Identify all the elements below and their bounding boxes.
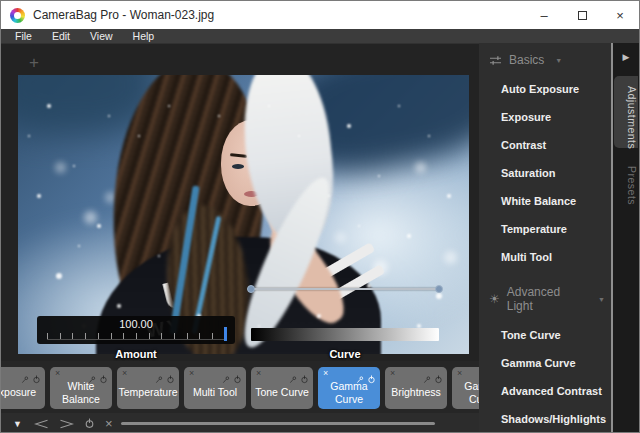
sidebar-item-exposure[interactable]: Exposure [479, 103, 611, 131]
sidebar-item-contrast[interactable]: Contrast [479, 131, 611, 159]
image-canvas: + UK WYORK [1, 43, 479, 361]
tile-label: Gamma Curve [454, 378, 479, 407]
tile-label: Gamma Curve [320, 378, 378, 407]
tile-label: Temperature [119, 378, 177, 407]
sidebar-item-temperature[interactable]: Temperature [479, 215, 611, 243]
menubar: File Edit View Help [1, 29, 639, 43]
photo-woman-023: UK WYORK [18, 75, 469, 354]
collapse-panel-arrow-icon[interactable]: ▶ [623, 52, 630, 62]
section-basics[interactable]: Basics ▼ [479, 45, 611, 75]
tile-close-icon[interactable]: × [189, 368, 194, 378]
sidebar-item-multi-tool[interactable]: Multi Tool [479, 243, 611, 271]
titlebar: CameraBag Pro - Woman-023.jpg – × [1, 1, 639, 29]
sidebar-item-advanced-contrast[interactable]: Advanced Contrast [479, 377, 611, 405]
filter-tile-gamma-curve-2[interactable]: × Gamma Curve [452, 367, 479, 409]
menu-file[interactable]: File [5, 29, 42, 43]
amount-value: 100.00 [37, 318, 235, 330]
filter-tile-exposure[interactable]: × Exposure [1, 367, 45, 409]
gamma-handle-left[interactable] [247, 285, 255, 293]
filter-tile-multi-tool[interactable]: × Multi Tool [184, 367, 246, 409]
close-button[interactable]: × [601, 1, 639, 29]
tile-label: Tone Curve [253, 378, 311, 407]
amount-slider-handle[interactable] [224, 327, 227, 341]
section-basics-label: Basics [509, 53, 544, 67]
tile-close-icon[interactable]: × [55, 368, 60, 378]
amount-label: Amount [37, 348, 235, 360]
curve-gradient-bar[interactable] [251, 328, 439, 341]
adjustments-panel: Basics ▼ Auto Exposure Exposure Contrast… [479, 43, 613, 433]
sidebar-item-shadows-highlights[interactable]: Shadows/Highlights [479, 405, 611, 433]
sidebar-item-saturation[interactable]: Saturation [479, 159, 611, 187]
filter-tile-tone-curve[interactable]: × Tone Curve [251, 367, 313, 409]
sidebar-item-tone-curve[interactable]: Tone Curve [479, 321, 611, 349]
sidebar-item-white-balance[interactable]: White Balance [479, 187, 611, 215]
menu-edit[interactable]: Edit [42, 29, 80, 43]
tab-adjustments[interactable]: Adjustments [614, 76, 638, 148]
tile-close-icon[interactable]: × [256, 368, 261, 378]
tile-close-icon[interactable]: × [323, 368, 328, 378]
maximize-button[interactable] [563, 1, 601, 29]
tile-label: White Balance [52, 378, 110, 407]
amount-slider[interactable]: 100.00 [37, 316, 235, 344]
photo-snowflakes [18, 75, 20, 77]
sun-icon: ☀ [489, 293, 500, 305]
filter-tile-brightness[interactable]: × Brightness [385, 367, 447, 409]
chevron-right-icon[interactable] [59, 419, 74, 429]
tile-close-icon[interactable]: × [122, 368, 127, 378]
sidebar-item-auto-exposure[interactable]: Auto Exposure [479, 75, 611, 103]
maximize-icon [578, 11, 587, 20]
tab-presets[interactable]: Presets [614, 156, 638, 206]
section-advanced-light[interactable]: ☀ Advanced Light ▼ [479, 277, 611, 321]
filter-tile-white-balance[interactable]: × White Balance [50, 367, 112, 409]
side-tabstrip: ▶ Adjustments Presets [613, 43, 639, 433]
bottom-toolbar: ▼ × [1, 413, 479, 433]
curve-label: Curve [251, 348, 439, 360]
add-icon[interactable]: + [29, 54, 39, 71]
window-controls: – × [525, 1, 639, 29]
photo-eye [232, 164, 244, 169]
filmstrip-scrollbar[interactable] [121, 422, 435, 425]
tile-close-icon[interactable]: × [457, 368, 462, 378]
menu-view[interactable]: View [80, 29, 123, 43]
tile-close-icon[interactable]: × [390, 368, 395, 378]
tile-label: Exposure [1, 378, 43, 407]
chevron-down-icon: ▼ [598, 296, 605, 303]
clear-all-icon[interactable]: × [105, 417, 113, 430]
power-all-icon[interactable] [84, 418, 95, 429]
tile-label: Brightness [387, 378, 445, 407]
tile-label: Multi Tool [186, 378, 244, 407]
menu-help[interactable]: Help [123, 29, 165, 43]
adjustment-filmstrip: × Exposure × White Balance × Temperature [1, 361, 479, 413]
gamma-curve-line[interactable] [251, 288, 439, 290]
sliders-icon [489, 55, 502, 66]
collapse-filmstrip-icon[interactable]: ▼ [13, 419, 22, 429]
section-advanced-light-label: Advanced Light [507, 285, 587, 313]
gamma-handle-right[interactable] [435, 285, 443, 293]
filter-tile-gamma-curve[interactable]: × Gamma Curve [318, 367, 380, 409]
sidebar-item-gamma-curve[interactable]: Gamma Curve [479, 349, 611, 377]
amount-ruler[interactable] [47, 333, 225, 340]
app-window: CameraBag Pro - Woman-023.jpg – × File E… [0, 0, 640, 433]
chevron-left-icon[interactable] [34, 419, 49, 429]
app-icon [10, 8, 25, 23]
minimize-button[interactable]: – [525, 1, 563, 29]
window-title: CameraBag Pro - Woman-023.jpg [33, 8, 214, 22]
chevron-down-icon: ▼ [555, 57, 562, 64]
filter-tile-temperature[interactable]: × Temperature [117, 367, 179, 409]
